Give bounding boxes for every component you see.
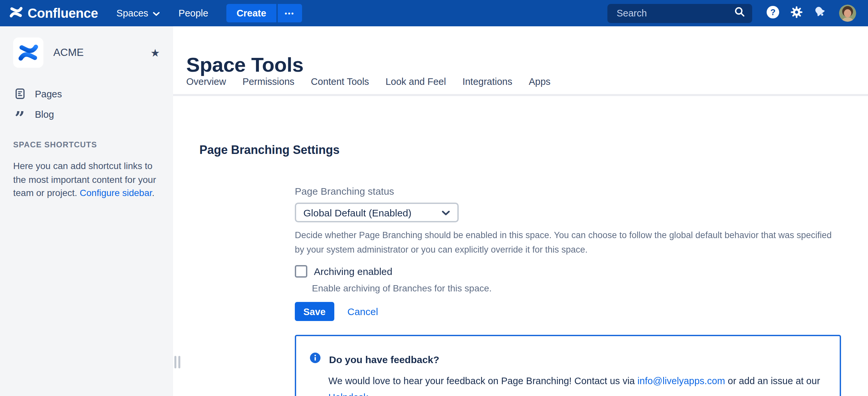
confluence-home-link[interactable]: Confluence [9,5,98,21]
status-select[interactable]: Global Default (Enabled) [295,203,459,222]
page-branching-form: Page Branching status Global Default (En… [295,186,847,396]
tabs-divider [173,94,868,96]
email-link[interactable]: info@livelyapps.com [637,375,725,386]
bell-icon [813,5,827,22]
tab-overview[interactable]: Overview [186,76,226,87]
space-shortcuts-description: Here you can add shortcut links to the m… [13,159,164,200]
feedback-text: We would love to hear your feedback on P… [329,375,637,386]
status-help-text: Decide whether Page Branching should be … [295,228,837,257]
configure-sidebar-link[interactable]: Configure sidebar [80,188,152,198]
feedback-title: Do you have feedback? [329,354,439,365]
status-select-value: Global Default (Enabled) [303,207,441,218]
tab-content-tools[interactable]: Content Tools [311,76,369,87]
feedback-header: Do you have feedback? [310,353,824,366]
feedback-text-2: or add an issue at our [725,375,820,386]
archiving-label: Archiving enabled [314,266,393,277]
cancel-link[interactable]: Cancel [347,306,378,317]
create-split-button: Create ••• [227,4,302,22]
space-header: ACME ★ [13,37,161,68]
select-chevron-icon [441,206,450,219]
save-button[interactable]: Save [295,302,334,321]
tab-integrations[interactable]: Integrations [462,76,512,87]
space-shortcuts-heading: SPACE SHORTCUTS [13,140,161,149]
settings-button[interactable] [789,6,804,21]
page-title: Space Tools [186,53,303,77]
space-tools-tabs: Overview Permissions Content Tools Look … [186,76,551,87]
search-input[interactable] [615,7,734,19]
user-avatar[interactable] [839,5,856,22]
archiving-checkbox-row[interactable]: Archiving enabled [295,265,847,277]
svg-text:?: ? [770,7,775,16]
section-heading: Page Branching Settings [199,143,340,157]
create-more-button[interactable]: ••• [277,4,302,22]
screen: Confluence Spaces People Create ••• [0,0,868,396]
main-content: Space Tools Overview Permissions Content… [173,26,868,396]
confluence-logo-icon [9,5,23,21]
brand-name: Confluence [28,6,98,21]
nav-spaces-menu[interactable]: Spaces [117,8,160,19]
ellipsis-icon: ••• [285,9,294,17]
helpdesk-link[interactable]: Helpdesk [329,389,838,396]
shortcuts-text-period: . [152,188,155,198]
help-button[interactable]: ? [765,6,780,21]
tab-apps[interactable]: Apps [529,76,551,87]
nav-spaces-label: Spaces [117,8,148,19]
nav-right-cluster: ? [608,4,856,23]
pages-icon [13,88,26,100]
sidebar-item-label: Pages [35,89,62,99]
space-name: ACME [53,47,84,59]
archiving-checkbox[interactable] [295,265,307,277]
sidebar-item-label: Blog [35,109,54,120]
info-icon [310,353,320,366]
sidebar-resize-handle[interactable] [175,356,180,368]
content-shell: ACME ★ Pages [0,26,868,396]
form-actions: Save Cancel [295,302,847,321]
space-logo[interactable] [13,37,43,68]
search-box[interactable] [608,4,752,23]
blog-quote-icon: ” [13,111,26,118]
create-button[interactable]: Create [227,4,276,22]
notifications-button[interactable] [813,6,827,21]
nav-people-label: People [179,8,208,19]
tab-permissions[interactable]: Permissions [243,76,294,87]
question-circle-icon: ? [766,5,779,21]
sidebar-item-blog[interactable]: ” Blog [13,104,161,124]
chevron-down-icon [153,8,160,19]
archiving-help-text: Enable archiving of Branches for this sp… [312,283,847,293]
space-sidebar: ACME ★ Pages [0,26,173,396]
nav-people-link[interactable]: People [179,8,208,19]
status-label: Page Branching status [295,186,847,197]
feedback-body: We would love to hear your feedback on P… [329,373,838,396]
sidebar-item-pages[interactable]: Pages [13,84,161,104]
gear-icon [789,5,803,21]
tab-look-and-feel[interactable]: Look and Feel [385,76,446,87]
feedback-panel: Do you have feedback? We would love to h… [295,335,841,396]
favorite-star-icon[interactable]: ★ [150,46,161,59]
top-nav: Confluence Spaces People Create ••• [0,0,868,26]
search-icon[interactable] [734,6,746,21]
